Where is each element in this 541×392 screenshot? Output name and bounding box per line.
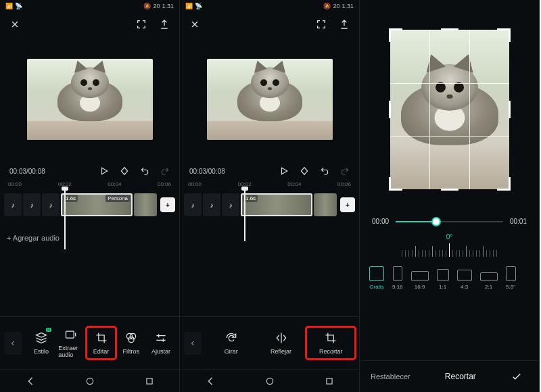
clip-tiktok[interactable]: ♪ xyxy=(184,193,202,216)
video-preview[interactable] xyxy=(180,36,359,162)
battery-level: 20 xyxy=(333,3,339,9)
keyframe-icon[interactable] xyxy=(300,166,309,176)
undo-icon[interactable] xyxy=(140,166,149,176)
redo-icon[interactable] xyxy=(160,166,170,176)
nav-recent-icon[interactable] xyxy=(325,376,334,386)
back-button[interactable] xyxy=(184,332,202,355)
fullscreen-icon[interactable] xyxy=(136,19,147,30)
timecode: 00:03/00:08 xyxy=(9,168,45,175)
nav-recent-icon[interactable] xyxy=(145,376,154,386)
bottom-toolbar: NEstilo Extraer audio Editar Filtros Aju… xyxy=(0,316,179,369)
tool-girar[interactable]: Girar xyxy=(207,327,256,359)
slider-thumb[interactable] xyxy=(431,217,441,226)
play-icon[interactable] xyxy=(99,166,109,176)
clip-next[interactable] xyxy=(134,193,157,216)
back-button[interactable] xyxy=(4,332,22,355)
clip-tiktok[interactable]: ♪ xyxy=(4,193,22,216)
time-slider[interactable] xyxy=(396,221,503,222)
svg-point-6 xyxy=(267,378,273,384)
crop-handle-bottom[interactable] xyxy=(441,189,458,191)
play-icon[interactable] xyxy=(279,166,289,176)
video-preview[interactable] xyxy=(0,36,179,162)
clip-tiktok[interactable]: ♪ xyxy=(23,193,41,216)
undo-icon[interactable] xyxy=(320,166,329,176)
svg-point-2 xyxy=(130,333,135,339)
fullscreen-icon[interactable] xyxy=(316,19,327,30)
timeline[interactable]: ♪ ♪ ♪ 1.6s Persona + xyxy=(0,191,179,229)
crop-handle-right[interactable] xyxy=(509,101,511,118)
crop-preview[interactable] xyxy=(360,8,539,211)
clip-next[interactable] xyxy=(314,193,337,216)
ratio-16-9[interactable]: 16:9 xyxy=(411,271,429,290)
redo-icon[interactable] xyxy=(340,166,350,176)
close-icon[interactable] xyxy=(9,19,20,30)
playback-row: 00:03/00:08 xyxy=(180,162,359,180)
crop-handle-left[interactable] xyxy=(389,101,391,118)
clip-tiktok[interactable]: ♪ xyxy=(222,193,239,216)
clip-duration-label: 1.6s xyxy=(243,195,258,202)
playhead[interactable] xyxy=(64,189,66,249)
confirm-icon[interactable] xyxy=(511,370,528,383)
ratio-4-3[interactable]: 4:3 xyxy=(457,270,472,290)
nav-home-icon[interactable] xyxy=(85,376,95,386)
add-clip-button[interactable]: + xyxy=(340,197,355,212)
slider-end: 00:01 xyxy=(510,218,527,225)
crop-bottom-bar: Restablecer Recortar xyxy=(360,360,539,392)
status-bar: 📶📡 🔕201:31 xyxy=(180,0,359,12)
tool-ajustar[interactable]: Ajustar xyxy=(147,327,175,359)
crop-handle-tl[interactable] xyxy=(389,28,402,42)
close-icon[interactable] xyxy=(189,19,200,30)
rotation-dial[interactable] xyxy=(360,241,539,260)
tool-estilo[interactable]: NEstilo xyxy=(27,327,55,359)
bottom-toolbar: Girar Reflejar Recortar xyxy=(180,316,359,369)
clip-selected[interactable]: 1.6s Persona xyxy=(61,193,133,216)
timeline-ruler: 00:0000:0200:0400:06 xyxy=(180,180,359,189)
android-nav-bar xyxy=(0,369,179,392)
screen-crop: 00:00 00:01 0° Gratis 9:16 16:9 1:1 4:3 … xyxy=(360,0,540,392)
reset-button[interactable]: Restablecer xyxy=(371,372,410,381)
clip-tiktok[interactable]: ♪ xyxy=(42,193,60,216)
keyframe-icon[interactable] xyxy=(120,166,129,176)
nav-back-icon[interactable] xyxy=(25,376,36,387)
crop-handle-tr[interactable] xyxy=(497,28,511,42)
ratio-5-8[interactable]: 5.8" xyxy=(506,266,516,290)
nav-back-icon[interactable] xyxy=(205,376,216,387)
top-bar xyxy=(180,12,359,36)
timeline[interactable]: ♪ ♪ ♪ 1.6s + xyxy=(180,191,359,229)
tool-recortar[interactable]: Recortar xyxy=(306,327,355,359)
time-slider-row: 00:00 00:01 xyxy=(360,211,539,232)
rotation-angle: 0° xyxy=(360,232,539,241)
crop-handle-top[interactable] xyxy=(441,28,458,30)
add-clip-button[interactable]: + xyxy=(160,197,175,212)
timecode: 00:03/00:08 xyxy=(189,168,225,175)
export-icon[interactable] xyxy=(339,19,350,30)
clip-selected[interactable]: 1.6s xyxy=(241,193,312,216)
tool-editar[interactable]: Editar xyxy=(87,327,115,359)
ratio-9-16[interactable]: 9:16 xyxy=(392,266,403,290)
playhead[interactable] xyxy=(244,189,245,241)
ratio-2-1[interactable]: 2:1 xyxy=(480,272,498,290)
crop-handle-bl[interactable] xyxy=(389,177,402,191)
clock: 1:31 xyxy=(342,3,354,9)
clip-tiktok[interactable]: ♪ xyxy=(203,193,220,216)
add-audio-button[interactable]: + Agregar audio xyxy=(0,229,179,247)
svg-rect-0 xyxy=(66,331,74,338)
svg-rect-5 xyxy=(147,378,152,383)
panel-title: Recortar xyxy=(410,372,511,381)
aspect-ratio-row: Gratis 9:16 16:9 1:1 4:3 2:1 5.8" xyxy=(360,260,539,297)
crop-handle-br[interactable] xyxy=(497,177,511,191)
ratio-1-1[interactable]: 1:1 xyxy=(437,269,449,290)
nav-home-icon[interactable] xyxy=(265,376,275,386)
battery-level: 20 xyxy=(153,3,160,9)
playback-row: 00:03/00:08 xyxy=(0,162,179,180)
slider-start: 00:00 xyxy=(372,218,389,225)
export-icon[interactable] xyxy=(159,19,170,30)
android-nav-bar xyxy=(180,369,359,392)
svg-point-4 xyxy=(87,378,93,384)
tool-filtros[interactable]: Filtros xyxy=(117,327,145,359)
tool-extraer-audio[interactable]: Extraer audio xyxy=(57,324,85,362)
clip-persona-badge: Persona xyxy=(105,195,130,202)
clock: 1:31 xyxy=(162,3,174,9)
tool-reflejar[interactable]: Reflejar xyxy=(257,327,306,359)
ratio-free[interactable]: Gratis xyxy=(369,266,384,290)
